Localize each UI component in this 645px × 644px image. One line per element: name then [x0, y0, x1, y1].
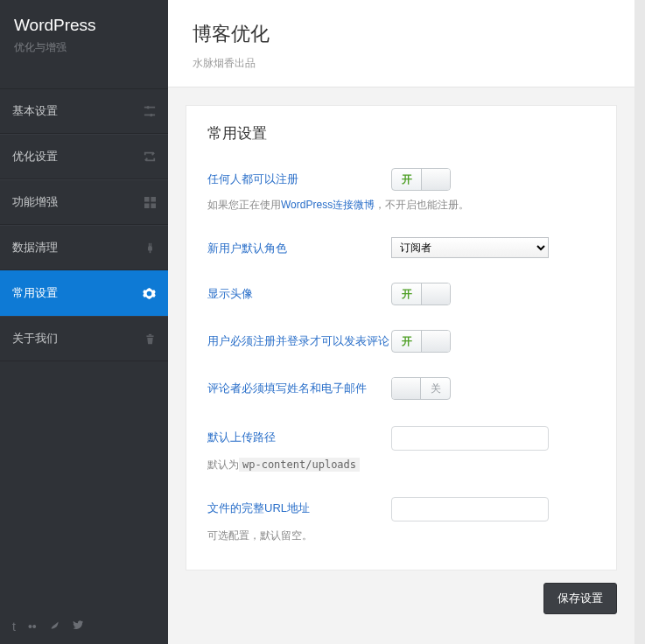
svg-rect-7: [151, 197, 156, 202]
brand-block: WordPress 优化与增强: [0, 0, 168, 64]
twitter-icon[interactable]: [73, 620, 84, 634]
sidebar-item-enhance[interactable]: 功能增强: [0, 179, 168, 225]
save-bar: 保存设置: [168, 570, 634, 614]
svg-rect-10: [148, 246, 152, 251]
sidebar-item-label: 数据清理: [12, 240, 58, 256]
toggle-on-label: 开: [392, 331, 421, 352]
setting-must-register-comment: 用户必须注册并登录才可以发表评论 开 关: [207, 330, 595, 353]
sidebar-item-optimize[interactable]: 优化设置: [0, 134, 168, 179]
setting-upload-url: 文件的完整URL地址 可选配置，默认留空。: [207, 497, 595, 543]
setting-help: 可选配置，默认留空。: [207, 528, 595, 543]
toggle-on-label: 开: [392, 284, 421, 304]
page-title: 博客优化: [193, 21, 610, 47]
svg-rect-12: [151, 242, 151, 245]
input-upload-url[interactable]: [391, 497, 549, 522]
setting-label: 任何人都可以注册: [207, 168, 391, 187]
setting-require-name-email: 评论者必须填写姓名和电子邮件 开 关: [207, 377, 595, 402]
sidebar-item-about[interactable]: 关于我们: [0, 316, 168, 361]
panel-title: 常用设置: [207, 123, 595, 144]
help-code: wp-content/uploads: [239, 458, 360, 472]
setting-upload-path: 默认上传路径 默认为wp-content/uploads: [207, 426, 595, 472]
svg-rect-9: [151, 203, 156, 208]
toggle-knob: [421, 284, 450, 304]
toggle-show-avatar[interactable]: 开 关: [391, 283, 451, 305]
sidebar-nav: 基本设置 优化设置 功能增强 数据清理 常用设置 关于我们: [0, 88, 168, 361]
trash-icon: [144, 333, 156, 345]
brand-subtitle: 优化与增强: [14, 40, 154, 55]
svg-rect-2: [144, 115, 150, 116]
svg-point-4: [147, 106, 151, 109]
setting-anyone-register: 任何人都可以注册 开 关 如果您正在使用WordPress连接微博，不开启也能注…: [207, 168, 595, 213]
toggle-on-label: 开: [392, 169, 421, 190]
svg-rect-8: [144, 203, 150, 208]
svg-rect-6: [144, 197, 150, 202]
setting-label: 文件的完整URL地址: [207, 497, 391, 516]
svg-rect-1: [150, 107, 155, 108]
loop-icon: [144, 150, 156, 163]
toggle-knob: [421, 169, 450, 190]
page-header: 博客优化 水脉烟香出品: [168, 0, 634, 88]
sidebar-item-basic[interactable]: 基本设置: [0, 88, 168, 134]
sidebar-item-label: 常用设置: [12, 285, 58, 301]
svg-rect-16: [149, 333, 151, 335]
toggle-knob: [392, 378, 421, 399]
save-button[interactable]: 保存设置: [543, 583, 617, 614]
setting-label: 新用户默认角色: [207, 237, 391, 256]
setting-label: 默认上传路径: [207, 426, 391, 445]
sidebar-item-label: 功能增强: [12, 194, 58, 210]
toggle-require-name-email[interactable]: 开 关: [391, 377, 451, 400]
setting-help: 如果您正在使用WordPress连接微博，不开启也能注册。: [207, 198, 595, 213]
sidebar: WordPress 优化与增强 基本设置 优化设置 功能增强 数据清理 常用设置…: [0, 0, 168, 644]
toggle-knob: [421, 331, 450, 352]
svg-point-5: [150, 114, 153, 117]
plug-icon: [144, 242, 156, 254]
toggle-must-register-comment[interactable]: 开 关: [391, 330, 451, 353]
sidebar-item-label: 优化设置: [12, 149, 58, 164]
toggle-off-label: 关: [421, 378, 450, 399]
setting-label: 显示头像: [207, 283, 391, 302]
main-content: 博客优化 水脉烟香出品 常用设置 任何人都可以注册 开 关 如果您正在使用Wor…: [168, 0, 634, 644]
setting-label: 用户必须注册并登录才可以发表评论: [207, 330, 391, 349]
select-default-role[interactable]: 订阅者: [391, 237, 549, 258]
toggle-anyone-register[interactable]: 开 关: [391, 168, 451, 191]
footer-social: t ••: [12, 620, 84, 634]
gear-icon: [143, 287, 156, 300]
svg-rect-11: [149, 242, 150, 245]
sidebar-item-common[interactable]: 常用设置: [0, 270, 168, 316]
sidebar-item-cleanup[interactable]: 数据清理: [0, 225, 168, 270]
setting-help: 默认为wp-content/uploads: [207, 458, 595, 472]
svg-rect-13: [150, 250, 151, 252]
svg-rect-15: [146, 335, 153, 337]
sliders-icon: [144, 105, 156, 117]
tumblr-icon[interactable]: t: [12, 620, 16, 634]
svg-point-14: [148, 291, 151, 295]
settings-panel: 常用设置 任何人都可以注册 开 关 如果您正在使用WordPress连接微博，不…: [186, 105, 617, 570]
grid-icon: [144, 197, 156, 208]
page-subtitle: 水脉烟香出品: [193, 56, 610, 71]
sidebar-item-label: 关于我们: [12, 331, 58, 346]
sidebar-item-label: 基本设置: [12, 103, 58, 119]
setting-default-role: 新用户默认角色 订阅者: [207, 237, 595, 258]
help-link-weibo[interactable]: WordPress连接微博: [281, 199, 375, 211]
input-upload-path[interactable]: [391, 426, 549, 451]
setting-show-avatar: 显示头像 开 关: [207, 283, 595, 305]
setting-label: 评论者必须填写姓名和电子邮件: [207, 377, 391, 396]
leaf-icon[interactable]: [49, 620, 60, 634]
brand-title: WordPress: [14, 16, 154, 35]
flickr-icon[interactable]: ••: [28, 620, 37, 634]
